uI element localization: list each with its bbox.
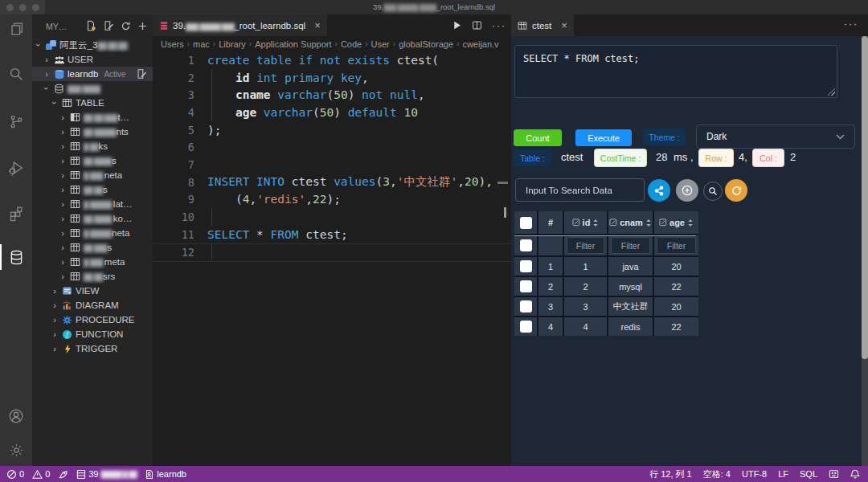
filter-input-id[interactable]: Filter [567, 237, 605, 254]
edit-file-icon[interactable] [103, 20, 114, 31]
column-header-id[interactable]: id [564, 211, 607, 234]
data-cell[interactable]: 20 [654, 297, 698, 316]
chevron-right-icon[interactable]: › [59, 112, 67, 122]
breadcrumb-item[interactable]: Users [161, 39, 184, 49]
breadcrumb-item[interactable]: Library [219, 39, 246, 49]
data-cell[interactable]: 1 [564, 257, 607, 276]
add-connection-icon[interactable] [137, 20, 148, 31]
data-cell[interactable]: 22 [654, 277, 698, 296]
chevron-right-icon[interactable]: › [51, 329, 59, 339]
table-item[interactable]: ›██ ███s [32, 240, 153, 255]
panel-more-icon[interactable]: ··· [844, 18, 858, 30]
chevron-right-icon[interactable]: › [59, 243, 67, 252]
group-procedure[interactable]: ›PROCEDURE [32, 312, 153, 327]
group-table[interactable]: ›TABLE [32, 96, 153, 110]
breadcrumb-item[interactable]: globalStorage [399, 39, 453, 49]
data-cell[interactable]: 2 [564, 277, 607, 296]
chevron-right-icon[interactable]: › [59, 185, 67, 194]
language-mode[interactable]: SQL [800, 469, 817, 479]
filter-checkbox[interactable] [520, 239, 532, 251]
export-share-button[interactable] [648, 179, 670, 202]
rocket-icon[interactable] [58, 469, 68, 480]
data-cell[interactable]: 3 [564, 297, 607, 316]
breadcrumb-item[interactable]: Code [341, 39, 362, 49]
db-redacted[interactable]: ›███ ████ [32, 81, 153, 96]
table-item[interactable]: ›██ █████nts [32, 125, 153, 139]
table-item[interactable]: ›██ ██srs [32, 269, 153, 284]
eol-setting[interactable]: LF [778, 469, 788, 479]
active-connection-item[interactable]: learndb [145, 469, 186, 480]
edit-connection-icon[interactable] [136, 68, 147, 80]
query-editor[interactable]: SELECT * FROM ctest; [514, 45, 837, 98]
close-tab-icon[interactable]: × [314, 19, 321, 31]
row-number-cell[interactable]: 4 [538, 317, 563, 336]
close-result-tab-icon[interactable]: × [561, 19, 567, 31]
filter-input-cnam[interactable]: Filter [611, 237, 650, 254]
row-checkbox[interactable] [520, 260, 532, 272]
code-editor[interactable]: 1create table if not exists ctest(2 id i… [153, 51, 511, 262]
extensions-icon[interactable] [0, 198, 32, 227]
result-tab[interactable]: ctest × [511, 14, 574, 36]
table-item[interactable]: ›█ ██ks [32, 139, 153, 153]
chevron-right-icon[interactable]: › [59, 228, 67, 238]
table-item[interactable]: ›██ ██ ███t… [32, 110, 153, 125]
search-data-input[interactable] [515, 178, 645, 202]
chevron-down-icon[interactable]: › [42, 84, 51, 92]
group-diagram[interactable]: ›DIAGRAM [32, 298, 153, 312]
chevron-right-icon[interactable]: › [43, 69, 51, 79]
chevron-right-icon[interactable]: › [51, 344, 59, 353]
table-item[interactable]: ›█ ███ neta [32, 168, 153, 182]
data-cell[interactable]: redis [608, 317, 653, 336]
row-checkbox[interactable] [520, 280, 532, 292]
sort-icon[interactable] [645, 219, 652, 227]
breadcrumb-item[interactable]: mac [193, 39, 210, 49]
encoding[interactable]: UTF-8 [742, 469, 767, 479]
chevron-right-icon[interactable]: › [43, 55, 51, 64]
chevron-right-icon[interactable]: › [51, 315, 59, 325]
indent-setting[interactable]: 空格: 4 [703, 468, 731, 480]
sql-file-tab[interactable]: 39.███ █████ ███_root_learndb.sql × [153, 14, 327, 36]
group-trigger[interactable]: ›TRIGGER [32, 341, 153, 356]
row-number-cell[interactable]: 3 [538, 297, 563, 316]
row-number-cell[interactable]: 2 [538, 277, 563, 296]
panel-scrollbar-thumb[interactable] [862, 36, 868, 359]
edit-column-icon[interactable] [659, 219, 667, 227]
data-cell[interactable]: 20 [654, 257, 698, 276]
chevron-right-icon[interactable]: › [59, 257, 67, 267]
breadcrumb-item[interactable]: User [371, 39, 390, 49]
chevron-down-icon[interactable]: › [50, 99, 59, 107]
search-icon[interactable] [0, 59, 32, 88]
refresh-button[interactable] [725, 179, 747, 202]
column-header-age[interactable]: age [654, 211, 698, 234]
editor-scrollbar[interactable] [504, 207, 506, 218]
db-learndb[interactable]: ›learndbActive [32, 67, 153, 81]
chevron-right-icon[interactable]: › [59, 199, 67, 209]
active-database-item[interactable]: 39█████ █ ██ [76, 469, 137, 480]
feedback-icon[interactable] [829, 469, 839, 479]
data-cell[interactable]: 中文社群 [608, 297, 653, 316]
add-row-button[interactable] [676, 179, 698, 202]
chevron-right-icon[interactable]: › [51, 300, 59, 310]
data-cell[interactable]: mysql [608, 277, 653, 296]
count-button[interactable]: Count [514, 129, 562, 146]
sort-icon[interactable] [592, 219, 599, 227]
account-icon[interactable] [0, 402, 32, 431]
source-control-icon[interactable] [0, 107, 32, 136]
cursor-position[interactable]: 行 12, 列 1 [649, 468, 692, 480]
chevron-right-icon[interactable]: › [59, 170, 67, 180]
group-function[interactable]: ›fFUNCTION [32, 327, 153, 341]
chevron-down-icon[interactable]: › [34, 41, 43, 49]
problems-errors[interactable]: 0 [6, 469, 24, 480]
chevron-right-icon[interactable]: › [59, 156, 67, 165]
data-cell[interactable]: java [608, 257, 653, 276]
table-item[interactable]: ›█ █████ lat… [32, 197, 153, 211]
data-cell[interactable]: 22 [654, 317, 698, 336]
sort-icon[interactable] [687, 219, 694, 227]
row-checkbox[interactable] [520, 321, 532, 333]
new-query-icon[interactable] [85, 20, 96, 31]
settings-icon[interactable] [0, 435, 32, 464]
table-item[interactable]: ›█ █████neta [32, 226, 153, 240]
run-debug-icon[interactable] [0, 153, 32, 182]
table-item[interactable]: ›██ ████ ko… [32, 211, 153, 226]
notifications-bell-icon[interactable] [850, 469, 860, 480]
